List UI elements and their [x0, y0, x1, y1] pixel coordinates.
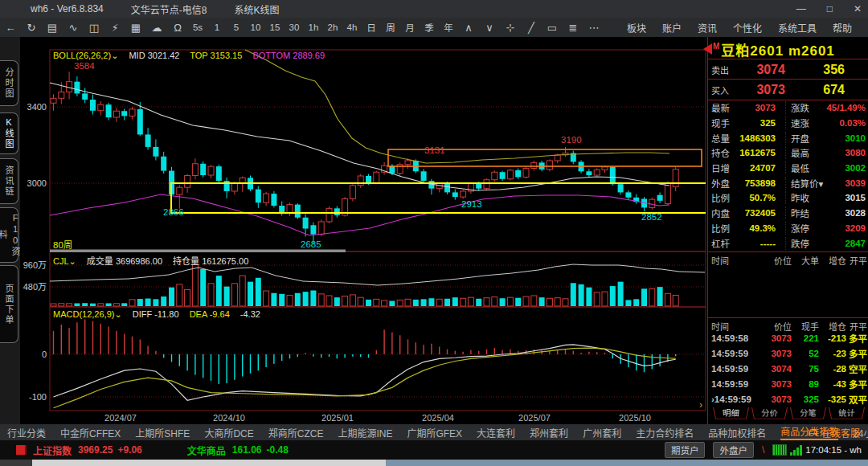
indicator-list-icon[interactable]: ≣ — [564, 22, 582, 34]
period-5[interactable]: 5 — [228, 22, 244, 32]
period-季[interactable]: 季 — [421, 21, 437, 34]
period-2h[interactable]: 2h — [325, 22, 341, 32]
online-service-link[interactable]: 在线客服 — [808, 426, 860, 439]
menu-个性化[interactable]: 个性化 — [733, 21, 762, 35]
sidebar-tab-分时图[interactable]: 分时图 — [0, 60, 18, 106]
trend-line-icon[interactable]: ∿ — [64, 22, 82, 34]
sidebar-tab-K线图[interactable]: K线图 — [0, 112, 18, 154]
menu-系统工具[interactable]: 系统工具 — [778, 21, 817, 35]
minimize-button[interactable]: — — [796, 3, 806, 14]
tick-row[interactable]: 14:59:59307352-23多平 — [708, 345, 868, 361]
menu-账户[interactable]: 账户 — [662, 21, 682, 35]
nav-item-主力合约排名[interactable]: 主力合约排名 — [636, 426, 694, 439]
sidebar-tab-页面下单[interactable]: 页面下单 — [0, 265, 18, 343]
period-年[interactable]: 年 — [440, 21, 457, 34]
nav-item-上期所SHFE[interactable]: 上期所SHFE — [135, 426, 190, 439]
quote-list-icon[interactable]: ▤ — [43, 22, 61, 34]
quote-row: 比例50.7%昨收3015 — [708, 190, 868, 206]
foreign-account-button[interactable]: 外盘户 — [713, 442, 754, 458]
quote-row: 总量1486303开盘3010 — [708, 130, 868, 145]
period-1h[interactable]: 1h — [305, 22, 321, 32]
expand-up-icon[interactable]: ∧ — [460, 22, 477, 34]
nav-item-中金所CFFEX[interactable]: 中金所CFFEX — [60, 426, 121, 439]
tick-row[interactable]: 14:59:59307389-43多平 — [708, 376, 868, 391]
nav-item-郑州套利[interactable]: 郑州套利 — [530, 426, 568, 439]
quote-value: 49.3% — [739, 223, 776, 233]
nav-item-大连套利[interactable]: 大连套利 — [477, 426, 515, 439]
period-周[interactable]: 周 — [383, 21, 399, 34]
period-15[interactable]: 15 — [267, 22, 283, 32]
candlestick-icon[interactable]: ◫ — [85, 22, 103, 34]
sidebar-tab-资讯链[interactable]: 资讯链 — [0, 158, 18, 204]
svg-text:3584: 3584 — [74, 61, 95, 71]
period-5s[interactable]: 5s — [190, 22, 206, 32]
expand-down-icon[interactable]: ∨ — [481, 22, 498, 34]
nav-item-广州套利[interactable]: 广州套利 — [583, 426, 621, 439]
quote-label: 日增 — [711, 161, 739, 174]
cloud-download-icon[interactable]: ☁ — [148, 22, 166, 34]
macd-title[interactable]: MACD(12,26,9)⌄ — [53, 309, 122, 319]
period-4h[interactable]: 4h — [344, 22, 360, 32]
wenhua-index-label[interactable]: 文华商品 — [187, 444, 226, 457]
quote-label: 昨收 — [785, 191, 826, 204]
price-flag-icon — [703, 43, 712, 55]
lightning-icon[interactable]: ⚡ — [106, 22, 124, 34]
column-header: 价位 — [760, 254, 792, 265]
sidebar-tab-F10资料[interactable]: F10资料 — [0, 207, 18, 263]
quote-value: 45/1.49% — [826, 103, 866, 112]
detail-tab-分笔[interactable]: 分笔 — [790, 407, 826, 419]
svg-text:›: › — [699, 399, 702, 411]
signal-strength-icon — [790, 445, 802, 456]
quote-value: 753898 — [739, 178, 776, 188]
kline-chart[interactable]: 34003000960万480万0-1002024/072024/102025/… — [20, 37, 707, 426]
back-icon[interactable]: ← — [2, 22, 19, 34]
maximize-button[interactable]: □ — [827, 3, 833, 14]
tick-cell: 3073 — [760, 349, 792, 358]
quote-row: 最新3073涨跌45/1.49% — [708, 100, 868, 116]
quote-label: 外盘 — [711, 177, 739, 190]
tick-row[interactable]: 14:59:583073221-213多平 — [708, 330, 868, 345]
nav-item-行业分类[interactable]: 行业分类 — [7, 426, 46, 439]
period-1[interactable]: 1 — [209, 22, 225, 32]
detail-tab-统计[interactable]: 统计 — [829, 407, 865, 419]
period-月[interactable]: 月 — [402, 21, 418, 34]
detail-tab-明细[interactable]: 明细 — [713, 407, 749, 419]
nav-item-大商所DCE[interactable]: 大商所DCE — [204, 426, 253, 439]
tick-cell: 3073 — [760, 379, 792, 389]
insert-bar-icon[interactable]: ⊹ — [502, 22, 519, 34]
period-30[interactable]: 30 — [286, 22, 302, 32]
more-icon[interactable]: ⋯ — [585, 22, 603, 34]
nav-item-广期所GFEX[interactable]: 广期所GFEX — [407, 426, 462, 439]
bid-row[interactable]: 买入 3073 674 — [708, 79, 868, 100]
tick-row[interactable]: 14:59:59307475-28空平 — [708, 361, 868, 376]
nav-item-郑商所CZCE[interactable]: 郑商所CZCE — [268, 426, 324, 439]
futures-account-button[interactable]: 期货户 — [665, 442, 706, 458]
period-日[interactable]: 日 — [363, 21, 379, 34]
ask-row[interactable]: 卖出 3074 356 — [708, 59, 868, 80]
quote-label: 结算价▾ — [785, 177, 826, 190]
nav-item-上期能源INE[interactable]: 上期能源INE — [338, 426, 392, 439]
menu-帮助[interactable]: 帮助 — [833, 21, 852, 35]
quote-value: 325 — [739, 118, 776, 128]
refresh-icon[interactable]: ↻ — [23, 22, 40, 34]
svg-text:0: 0 — [42, 350, 47, 359]
close-button[interactable]: ✕ — [854, 3, 862, 14]
nav-item-品种加权排名[interactable]: 品种加权排名 — [708, 426, 766, 439]
quote-row: 日增24707最低3002 — [708, 161, 868, 176]
tick-row[interactable]: ›14:59:593073325-325双平 — [708, 391, 868, 407]
sse-index-label[interactable]: 上证指数 — [33, 444, 72, 457]
alarm-bell-icon[interactable]: Ω — [169, 22, 186, 34]
menu-板块[interactable]: 板块 — [627, 21, 646, 35]
cjl-title[interactable]: CJL⌄ — [53, 256, 76, 266]
boll-title[interactable]: BOLL(26,26,2)⌄ — [53, 51, 118, 60]
boll-top-value: TOP 3153.15 — [190, 51, 242, 60]
draw-line-icon[interactable]: ╱ — [522, 22, 540, 34]
detail-tab-分价[interactable]: 分价 — [751, 407, 788, 419]
quote-label: 最低 — [785, 161, 826, 174]
rect-tool-icon[interactable]: ▭ — [543, 22, 561, 34]
tick-cell: -213 — [819, 333, 846, 343]
period-10[interactable]: 10 — [248, 22, 264, 32]
menu-资讯[interactable]: 资讯 — [698, 21, 717, 35]
kline-box-icon[interactable]: ▦ — [127, 22, 145, 34]
tick-cell: 14:59:59 — [708, 364, 760, 374]
